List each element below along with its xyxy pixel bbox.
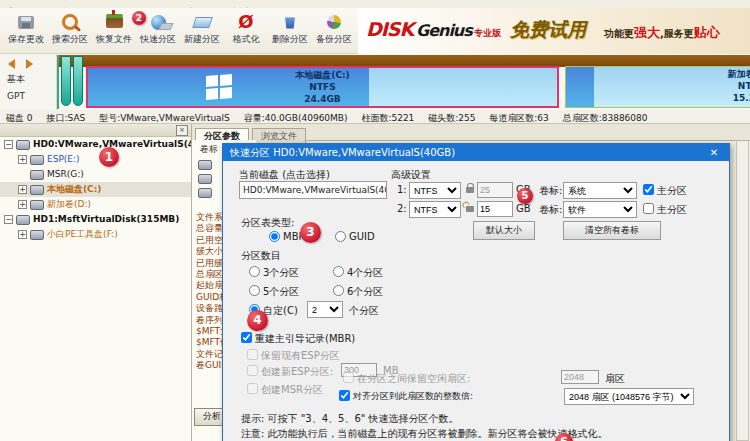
expand-icon[interactable] <box>18 230 27 239</box>
default-size-button[interactable]: 默认大小 <box>473 221 535 240</box>
create-msr-checkbox[interactable] <box>247 383 258 394</box>
expand-icon[interactable] <box>18 155 27 164</box>
disk-model: 型号:VMware,VMwareVirtualS <box>99 113 230 123</box>
row2-filesystem-select[interactable]: NTFS <box>409 201 461 218</box>
disk-heads: 磁头数:255 <box>428 113 475 123</box>
row1-volume-select[interactable]: 系统 <box>563 182 637 199</box>
recover-files-label: 恢复文件 <box>96 33 132 46</box>
free-trial-text: 免费试用 <box>510 17 586 43</box>
tree-item-pe-tool-disk-f[interactable]: 小白PE工具盘(F:) <box>0 227 191 242</box>
row1-filesystem-select[interactable]: NTFS <box>409 182 461 199</box>
partition-d-bar[interactable]: 新加卷(D:)NTFS15.3GB <box>565 66 750 108</box>
row2-volume-select[interactable]: 软件 <box>563 201 637 218</box>
new-partition-button[interactable]: 新建分区 <box>180 8 224 52</box>
tab-browse-files[interactable]: 浏览文件 <box>252 128 306 144</box>
dialog-title-bar[interactable]: 快速分区 HD0:VMware,VMwareVirtualS(40GB) <box>223 144 729 161</box>
annotation-1: 1 <box>99 147 119 167</box>
format-icon <box>238 13 253 32</box>
clear-all-labels-button[interactable]: 清空所有卷标 <box>563 221 661 240</box>
row2-primary-label: 主分区 <box>657 203 687 217</box>
align-checkbox[interactable] <box>339 390 350 401</box>
tree-item-hd1[interactable]: HD1:MsftVirtualDisk(315MB) <box>0 212 191 227</box>
diskgenius-window: 文件(F)磁盘(D)分区(P)工具(T)查看(V)帮助(H) 保存更改 搜索分区… <box>0 0 750 441</box>
esp-partition-bar[interactable] <box>61 56 71 106</box>
backup-partition-button[interactable]: 备份分区 <box>312 8 356 52</box>
reserve-gap-checkbox[interactable] <box>343 372 354 383</box>
promo-banner: DISK Genius 专业版 免费试用 功能更强大,服务更贴心 <box>358 8 750 54</box>
align-value-select[interactable]: 2048 扇区 (1048576 字节) <box>564 388 694 405</box>
custom-count-suffix: 个分区 <box>349 304 379 318</box>
partition-icon <box>198 188 212 198</box>
note-text: 注意: 此功能执行后，当前磁盘上的现有分区将被删除。新分区将会被快速格式化。 <box>241 427 608 441</box>
current-disk-label: 当前磁盘 (点击选择) <box>239 168 330 182</box>
row1-primary-label: 主分区 <box>657 184 687 198</box>
slogan-part3: ,服务更 <box>660 28 694 39</box>
diskgenius-logo-genius: Genius <box>416 21 472 40</box>
partition-icon <box>30 230 44 240</box>
lock-icon[interactable] <box>466 187 474 193</box>
panel-close-icon[interactable] <box>176 125 188 136</box>
promo-slogan: 功能更强大,服务更贴心 <box>604 24 720 42</box>
new-esp-checkbox[interactable] <box>247 365 258 376</box>
prev-disk-arrow-icon[interactable] <box>8 59 15 69</box>
slogan-part4: 贴心 <box>694 25 720 40</box>
current-disk-selector[interactable]: HD0:VMware,VMwareVirtualS(40GB) <box>239 181 387 199</box>
disk-nav-panel: 基本 GPT <box>0 54 57 110</box>
delete-partition-button[interactable]: 删除分区 <box>268 8 312 52</box>
rebuild-mbr-label: 重建主引导记录(MBR) <box>255 332 355 346</box>
partition-icon <box>198 160 212 170</box>
reserve-gap-input[interactable] <box>561 370 599 384</box>
tree-item-msr[interactable]: MSR(G:) <box>0 167 191 182</box>
msr-partition-bar[interactable] <box>73 56 83 106</box>
mbr-radio[interactable] <box>269 231 280 242</box>
table-type-caption: 分区表类型: <box>241 216 294 230</box>
count-3-radio[interactable] <box>249 266 260 277</box>
backup-partition-label: 备份分区 <box>316 33 352 46</box>
row1-number: 1: <box>397 184 407 195</box>
tree-item-esp[interactable]: ESP(E:) <box>0 152 191 167</box>
save-changes-label: 保存更改 <box>8 33 44 46</box>
count-4-radio[interactable] <box>333 266 344 277</box>
disk-cylinders: 柱面数:5221 <box>361 113 414 123</box>
save-changes-button[interactable]: 保存更改 <box>4 8 48 52</box>
quick-partition-label: 快速分区 <box>140 33 176 46</box>
count-4-label: 4个分区 <box>347 266 383 280</box>
count-3-label: 3个分区 <box>263 266 299 280</box>
row2-primary-checkbox[interactable] <box>643 203 654 214</box>
row1-size-input[interactable] <box>477 182 513 198</box>
disk-number: 磁盘 0 <box>6 113 33 123</box>
new-partition-icon <box>192 17 213 28</box>
partition-icon <box>30 200 44 210</box>
tree-item-local-disk-c[interactable]: 本地磁盘(C:) <box>0 182 191 197</box>
search-partition-label: 搜索分区 <box>52 33 88 46</box>
save-icon <box>18 16 34 29</box>
vertical-scrollbar[interactable] <box>736 140 749 441</box>
keep-esp-checkbox[interactable] <box>247 349 258 360</box>
annotation-3: 3 <box>300 222 321 243</box>
tree-item-hd0[interactable]: HD0:VMware,VMwareVirtualS(40GB) <box>0 137 191 152</box>
annotation-5: 5 <box>517 188 533 204</box>
next-disk-arrow-icon[interactable] <box>26 59 33 69</box>
unlock-icon[interactable] <box>466 206 474 212</box>
row1-volume-caption: 卷标: <box>539 184 562 198</box>
expand-icon[interactable] <box>18 185 27 194</box>
row1-primary-checkbox[interactable] <box>643 184 654 195</box>
count-5-radio[interactable] <box>249 285 260 296</box>
close-icon[interactable]: ✕ <box>699 144 729 161</box>
expand-icon[interactable] <box>18 200 27 209</box>
tree-item-new-volume-d[interactable]: 新加卷(D:) <box>0 197 191 212</box>
custom-count-select[interactable]: 2 <box>307 301 343 318</box>
collapse-icon[interactable] <box>4 215 13 224</box>
search-partition-button[interactable]: 搜索分区 <box>48 8 92 52</box>
recover-files-button[interactable]: 恢复文件 <box>92 8 136 52</box>
partition-c-bar[interactable]: 本地磁盘(C:)NTFS24.4GB <box>86 66 559 108</box>
collapse-icon[interactable] <box>4 140 13 149</box>
diskgenius-logo: DISK <box>366 18 413 40</box>
count-6-radio[interactable] <box>333 285 344 296</box>
format-button[interactable]: 格式化 <box>224 8 268 52</box>
count-6-label: 6个分区 <box>347 285 383 299</box>
rebuild-mbr-checkbox[interactable] <box>241 332 252 343</box>
search-icon <box>62 14 78 30</box>
guid-radio[interactable] <box>335 231 346 242</box>
row2-size-input[interactable] <box>477 201 513 217</box>
